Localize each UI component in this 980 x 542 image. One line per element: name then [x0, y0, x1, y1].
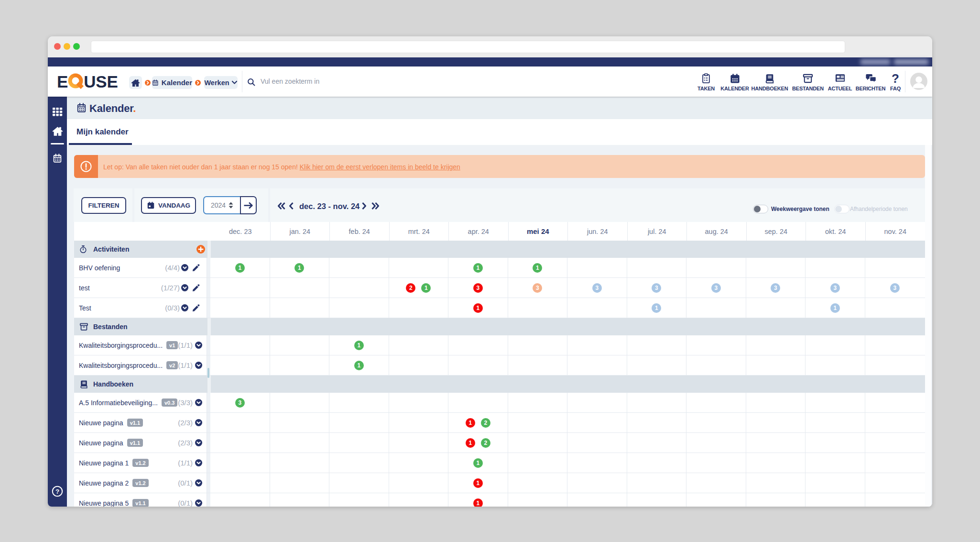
svg-text:?: ? [55, 488, 59, 495]
